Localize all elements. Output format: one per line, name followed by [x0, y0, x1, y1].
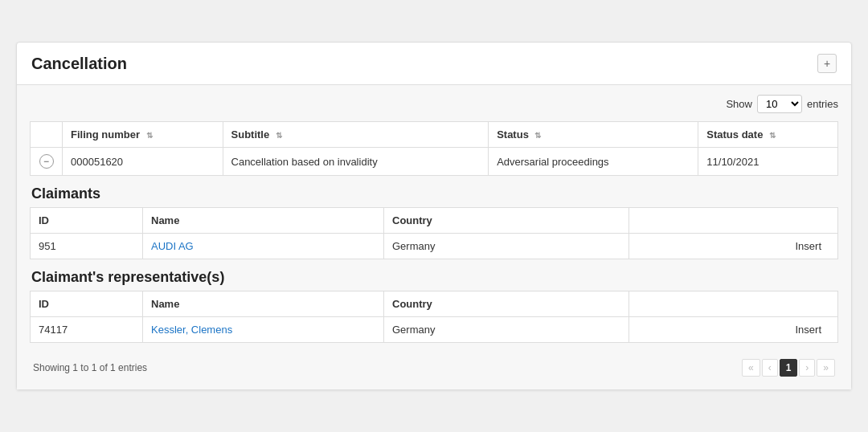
rep-id: 74117 — [31, 317, 143, 343]
claimants-col-country: Country — [384, 208, 629, 234]
next-page-button[interactable]: › — [799, 359, 815, 377]
first-page-button[interactable]: « — [742, 359, 760, 377]
col-status[interactable]: Status ⇅ — [489, 122, 698, 148]
claimant-id: 951 — [31, 234, 143, 259]
claimant-action: Insert — [628, 234, 837, 259]
claimants-header-row: ID Name Country — [31, 208, 838, 234]
row-filing-number: 000051620 — [63, 148, 223, 176]
representatives-header-row: ID Name Country — [31, 291, 838, 317]
sort-filing-icon: ⇅ — [146, 131, 153, 140]
row-subtitle: Cancellation based on invalidity — [223, 148, 489, 176]
last-page-button[interactable]: » — [817, 359, 835, 377]
rep-action: Insert — [628, 317, 837, 343]
expand-button[interactable]: + — [817, 54, 837, 73]
claimants-row: 951 AUDI AG Germany Insert — [31, 234, 838, 259]
col-expand — [31, 122, 63, 148]
sort-status-date-icon: ⇅ — [769, 131, 776, 140]
claimants-col-action — [628, 208, 837, 234]
pagination: « ‹ 1 › » — [742, 359, 835, 377]
rep-name-link[interactable]: Kessler, Clemens — [151, 324, 232, 336]
claimant-name-link[interactable]: AUDI AG — [151, 240, 194, 252]
entries-label: entries — [807, 98, 838, 110]
representatives-title: Claimant's representative(s) — [30, 269, 838, 286]
table-row: − 000051620 Cancellation based on invali… — [31, 148, 838, 176]
rep-col-id: ID — [31, 291, 143, 317]
col-status-date[interactable]: Status date ⇅ — [698, 122, 838, 148]
row-expand-button[interactable]: − — [39, 154, 54, 169]
representative-row: 74117 Kessler, Clemens Germany Insert — [31, 317, 838, 343]
main-card: Cancellation + Show 10 25 50 100 entries… — [16, 42, 852, 390]
claimants-col-name: Name — [143, 208, 384, 234]
col-filing-number[interactable]: Filing number ⇅ — [63, 122, 223, 148]
representatives-table: ID Name Country 74117 — [30, 291, 838, 343]
main-table: Filing number ⇅ Subtitle ⇅ Status ⇅ Stat… — [30, 121, 838, 176]
show-entries-row: Show 10 25 50 100 entries — [30, 95, 838, 113]
page-title: Cancellation — [31, 55, 127, 73]
main-table-header-row: Filing number ⇅ Subtitle ⇅ Status ⇅ Stat… — [31, 122, 838, 148]
claimants-table: ID Name Country 951 — [30, 207, 838, 259]
rep-col-action — [628, 291, 837, 317]
rep-col-country: Country — [384, 291, 629, 317]
showing-info: Showing 1 to 1 of 1 entries — [33, 362, 147, 373]
claimants-title: Claimants — [30, 185, 838, 202]
card-body: Show 10 25 50 100 entries Filing number … — [17, 85, 851, 389]
claimant-country: Germany — [384, 234, 629, 259]
sort-subtitle-icon: ⇅ — [276, 131, 282, 140]
representatives-section: Claimant's representative(s) ID Name Cou… — [30, 269, 838, 343]
page-1-button[interactable]: 1 — [780, 359, 798, 377]
card-header: Cancellation + — [17, 43, 851, 85]
claimants-section: Claimants ID Name Country — [30, 185, 838, 259]
rep-col-name: Name — [143, 291, 384, 317]
row-expand-cell: − — [31, 148, 63, 176]
claimant-name: AUDI AG — [143, 234, 384, 259]
sort-status-icon: ⇅ — [534, 131, 541, 140]
row-status-date: 11/10/2021 — [698, 148, 838, 176]
rep-name: Kessler, Clemens — [143, 317, 384, 343]
row-status: Adversarial proceedings — [489, 148, 698, 176]
table-footer: Showing 1 to 1 of 1 entries « ‹ 1 › » — [30, 353, 838, 380]
rep-country: Germany — [384, 317, 629, 343]
prev-page-button[interactable]: ‹ — [762, 359, 778, 377]
col-subtitle[interactable]: Subtitle ⇅ — [223, 122, 489, 148]
entries-select[interactable]: 10 25 50 100 — [757, 95, 802, 113]
claimants-col-id: ID — [31, 208, 143, 234]
show-label: Show — [726, 98, 752, 110]
